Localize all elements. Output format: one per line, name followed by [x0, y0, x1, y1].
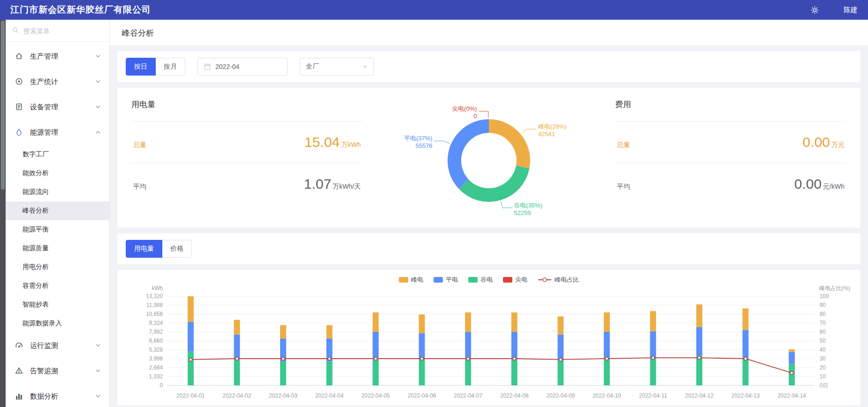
- bar-valley: [511, 358, 518, 386]
- sidebar-item-alarm-tracing[interactable]: 告警追溯: [6, 358, 109, 384]
- right-axis-tick: 70: [820, 320, 826, 326]
- left-axis-name: kWh: [152, 285, 163, 292]
- app-root: 江门市新会区新华胶丝厂有限公司 陈建 生产管理生产统计设备管理能源管理数字工厂能…: [0, 0, 868, 407]
- sidebar-menu: 生产管理生产统计设备管理能源管理数字工厂能效分析能源流向峰谷分析能源平衡能源质量…: [6, 42, 109, 407]
- bar-flat: [188, 322, 194, 352]
- legend-label: 峰电: [411, 276, 423, 284]
- bar-peak: [419, 315, 425, 333]
- chevron-down-icon: [95, 343, 101, 348]
- legend-item-sharp[interactable]: 尖电: [503, 276, 527, 284]
- sidebar-item-data-analysis[interactable]: 数据分析: [6, 384, 109, 407]
- x-axis-tick: 2022-04-13: [731, 392, 760, 399]
- right-axis-tick: 0日: [820, 382, 828, 389]
- x-axis-tick: 2022-04-12: [685, 392, 714, 399]
- chevron-up-icon: [95, 130, 101, 135]
- scope-select-value: 全厂: [306, 62, 319, 71]
- by-month-button[interactable]: 按月: [156, 58, 185, 76]
- sidebar-subitem-energy-balance[interactable]: 能源平衡: [6, 220, 109, 239]
- energy-avg-unit: 万kWh/天: [333, 183, 361, 190]
- menu-search-input[interactable]: [23, 27, 93, 35]
- main-area: 峰谷分析 按日 按月 2022-04 全厂: [110, 20, 868, 407]
- donut-label-name: 尖电(0%): [452, 105, 477, 112]
- tab-price[interactable]: 价格: [162, 240, 192, 258]
- sidebar-item-label: 设备管理: [30, 103, 95, 112]
- donut-slice-peak[interactable]: [489, 119, 530, 168]
- sidebar-subitem-peak-valley-analysis[interactable]: 峰谷分析: [6, 201, 109, 220]
- donut-slice-flat[interactable]: [448, 119, 489, 189]
- legend-item-flat[interactable]: 平电: [434, 276, 458, 284]
- bar-valley: [557, 359, 563, 385]
- bar-flat: [557, 335, 563, 360]
- donut-slice-valley[interactable]: [459, 166, 530, 202]
- home-icon: [15, 52, 23, 61]
- sidebar-subitem-label: 智能抄表: [23, 300, 49, 309]
- chart-icon: [15, 392, 23, 400]
- bar-flat: [511, 332, 518, 358]
- sidebar-subitem-energy-data-entry[interactable]: 能源数据录入: [6, 314, 109, 333]
- left-axis-tick: 6,660: [149, 338, 163, 344]
- x-axis-tick: 2022-04-05: [361, 392, 390, 399]
- app-body: 生产管理生产统计设备管理能源管理数字工厂能效分析能源流向峰谷分析能源平衡能源质量…: [0, 20, 868, 407]
- energy-drop-icon: [15, 128, 23, 137]
- sidebar-item-production-statistics[interactable]: 生产统计: [6, 69, 109, 94]
- legend-label: 平电: [446, 276, 458, 284]
- settings-gear-icon[interactable]: [810, 6, 819, 15]
- user-name[interactable]: 陈建: [844, 6, 858, 15]
- scope-select[interactable]: 全厂: [300, 58, 374, 76]
- bar-valley: [280, 361, 286, 385]
- chevron-down-icon: [95, 104, 101, 110]
- tab-energy[interactable]: 用电量: [126, 240, 162, 258]
- cost-avg-label: 平均: [617, 183, 630, 191]
- bar-valley: [234, 359, 240, 385]
- sidebar-item-production-management[interactable]: 生产管理: [6, 44, 109, 69]
- cost-total-row: 总量 0.00万元: [615, 121, 846, 163]
- legend-item-peak-ratio[interactable]: 峰电占比: [538, 276, 579, 284]
- calendar-icon: [204, 63, 211, 70]
- left-scrollbar[interactable]: [0, 20, 6, 407]
- right-axis-tick: 100: [820, 293, 829, 299]
- sidebar-item-operation-monitoring[interactable]: 运行监测: [6, 333, 109, 358]
- sidebar-item-equipment-management[interactable]: 设备管理: [6, 94, 109, 120]
- peak-ratio-point: [559, 358, 562, 361]
- bar-chart-svg[interactable]: kWh峰电占比(%)13,32010011,9889010,656809,324…: [127, 284, 851, 402]
- month-picker[interactable]: 2022-04: [198, 58, 288, 76]
- donut-label-value: 52259: [514, 209, 531, 216]
- sidebar: 生产管理生产统计设备管理能源管理数字工厂能效分析能源流向峰谷分析能源平衡能源质量…: [6, 20, 110, 407]
- bar-peak: [696, 304, 702, 327]
- legend-item-peak[interactable]: 峰电: [399, 276, 423, 284]
- left-axis-tick: 1,332: [149, 373, 163, 380]
- sidebar-subitem-energy-quality[interactable]: 能源质量: [6, 239, 109, 258]
- cost-total-unit: 万元: [831, 141, 845, 148]
- donut-chart[interactable]: 尖电(0%)0峰电(28%)42541谷电(35%)52259平电(37%)55…: [379, 97, 599, 224]
- bar-flat: [742, 330, 748, 358]
- donut-label-name: 平电(37%): [404, 135, 433, 142]
- x-axis-tick: 2022-04-07: [454, 392, 482, 399]
- left-axis-tick: 11,988: [146, 302, 163, 308]
- sidebar-subitem-digital-factory[interactable]: 数字工厂: [6, 145, 109, 164]
- sidebar-subitem-energy-flow[interactable]: 能源流向: [6, 183, 109, 201]
- sidebar-subitem-electricity-analysis[interactable]: 用电分析: [6, 258, 109, 276]
- donut-svg[interactable]: 尖电(0%)0峰电(28%)42541谷电(35%)52259平电(37%)55…: [379, 97, 599, 224]
- sidebar-subitem-energy-efficiency[interactable]: 能效分析: [6, 164, 109, 183]
- swatch-icon: [468, 277, 478, 283]
- cost-avg-value: 0.00: [794, 176, 822, 192]
- sidebar-item-energy-management[interactable]: 能源管理: [6, 120, 109, 145]
- left-axis-tick: 13,320: [146, 293, 163, 299]
- bar-valley: [650, 358, 656, 386]
- cost-total-value-wrap: 0.00万元: [803, 134, 845, 150]
- chevron-down-icon: [95, 54, 101, 59]
- cost-avg-unit: 元/kWh: [823, 183, 845, 190]
- sidebar-subitem-label: 峰谷分析: [23, 207, 49, 215]
- scrollbar-thumb[interactable]: [1, 21, 5, 190]
- summary-card: 用电量 总量 15.04万kWh 平均 1.07万kWh/天 尖电(0%)0峰电…: [117, 88, 860, 228]
- right-axis-tick: 50: [820, 338, 826, 344]
- right-axis-tick: 20: [820, 364, 826, 371]
- sidebar-subitem-capacity-demand-analysis[interactable]: 容需分析: [6, 276, 109, 295]
- chart-tabs: 用电量 价格: [117, 233, 860, 264]
- sidebar-subitem-smart-meter-reading[interactable]: 智能抄表: [6, 295, 109, 314]
- legend-item-valley[interactable]: 谷电: [468, 276, 493, 284]
- by-day-button[interactable]: 按日: [126, 58, 156, 76]
- donut-label-line: [522, 129, 536, 133]
- energy-summary-title: 用电量: [131, 99, 363, 110]
- left-axis-tick: 2,664: [149, 364, 163, 371]
